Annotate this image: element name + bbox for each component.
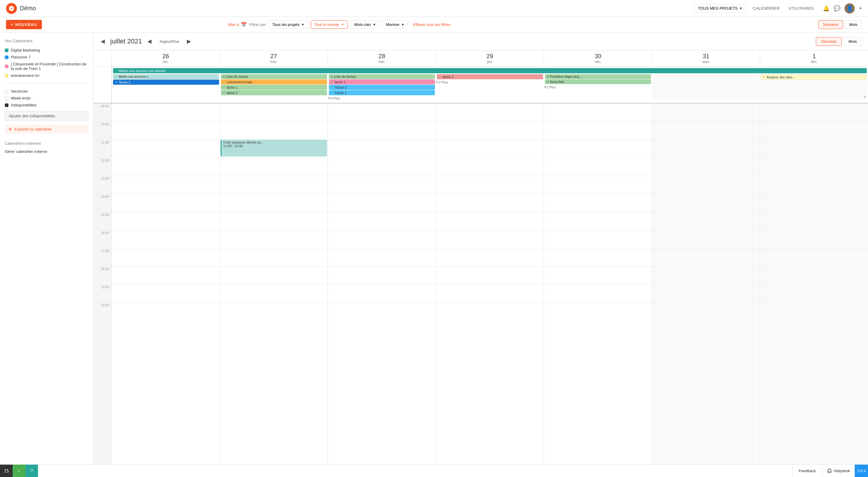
event-annonce[interactable]: ✓ Mettre une annonce s...: [113, 74, 219, 79]
expand-btn[interactable]: [0, 465, 13, 477]
new-button[interactable]: + NOUVEAU: [6, 20, 42, 29]
hour-line: [112, 266, 220, 284]
hour-line: [328, 212, 436, 230]
hour-line: [328, 230, 436, 248]
prev-week-btn[interactable]: ◀: [146, 37, 153, 46]
event-liste-taches-28[interactable]: ≡ Liste de taches: [329, 74, 435, 79]
hour-line: [112, 284, 220, 302]
hour-line: [328, 140, 436, 158]
check-red-icon: ✓: [763, 75, 766, 79]
event-linkedin[interactable]: ✓ Mettre une annonce sur linkedin: [113, 68, 867, 73]
hour-line: [760, 158, 868, 176]
day-col-30[interactable]: [544, 103, 652, 464]
hour-line: [652, 266, 760, 284]
hour-line: [328, 302, 436, 321]
week-view-btn[interactable]: Semaine: [818, 20, 843, 29]
time-column: 09:00 10:00 11:00 12:00 13:00 14:00 15:0…: [93, 103, 112, 464]
hour-line: [760, 212, 868, 230]
month-view-btn[interactable]: Mois: [844, 37, 862, 46]
calendar-icon: 📅: [241, 22, 247, 27]
day-col-26[interactable]: [112, 103, 220, 464]
event-analyse[interactable]: ✓ Analyse des répo...: [761, 74, 867, 80]
check-icon: ✓: [331, 80, 333, 84]
notifications-btn[interactable]: 🔔: [823, 5, 830, 12]
manage-external-calendar-link[interactable]: Gérer calendrier externe: [5, 149, 47, 154]
hour-line: [220, 212, 328, 230]
today-btn[interactable]: Aujourd'hui: [157, 38, 181, 45]
hour-line: [760, 230, 868, 248]
event-sous-liste[interactable]: ≡ Sous-liste: [545, 79, 651, 84]
event-tache1[interactable]: ✓ tâche 1: [221, 85, 327, 90]
add-unavailability-btn[interactable]: Ajouter des indisponibilités: [5, 111, 88, 121]
month-view-btn[interactable]: Mois: [845, 20, 862, 29]
projects-dropdown-btn[interactable]: TOUS MES PROJETS ▼: [693, 4, 747, 13]
hour-line: [328, 158, 436, 176]
top-nav: Démo TOUS MES PROJETS ▼ CALENDRIER UTILI…: [0, 0, 868, 17]
calendar-item-entrainement[interactable]: entrainement Ari: [5, 72, 88, 79]
event-premiere-etape[interactable]: ≡ Première étape proj...: [545, 74, 651, 79]
hour-line: [544, 158, 652, 176]
user-avatar[interactable]: 👤: [844, 3, 855, 13]
cal-color-dot: [5, 49, 8, 52]
check-btn[interactable]: ✓: [13, 465, 25, 477]
hour-line: [544, 248, 652, 266]
version-badge: 6.6.4: [855, 465, 868, 477]
add-event-plus[interactable]: +: [864, 94, 866, 99]
more-events-28[interactable]: ▾ 4 Plus: [328, 96, 435, 101]
clock-btn[interactable]: ⏱: [25, 465, 38, 477]
calendar-item-citoyennete[interactable]: [ Citoyenneté et Proximité ] Constructio…: [5, 61, 88, 72]
hour-line: [544, 103, 652, 121]
helpdesk-btn[interactable]: 🎧 Helpdesk: [822, 465, 855, 477]
filter-people-btn[interactable]: Tout le monde ▼: [311, 21, 348, 29]
prev-month-btn[interactable]: ◀: [99, 37, 106, 46]
nav-utilities-link[interactable]: UTILITAIRES: [786, 4, 817, 12]
event-tache2-27[interactable]: ✓ tâche 2: [221, 90, 327, 95]
week-view-btn[interactable]: Semaine: [816, 37, 841, 46]
timed-event-creer-taches[interactable]: Créer plusieurs tâches su... 11:00 - 12:…: [221, 140, 327, 156]
hour-line: [652, 121, 760, 140]
export-calendar-btn[interactable]: ⚙ Exporter le calendrier: [5, 124, 88, 134]
hour-line: [652, 248, 760, 266]
event-liste-taches-27[interactable]: ≡ Liste de taches: [221, 74, 327, 79]
time-1800: 18:00: [93, 266, 112, 284]
calendar-item-planzone7[interactable]: Planzone 7: [5, 54, 88, 61]
check-icon: ✓: [115, 80, 118, 84]
feedback-btn[interactable]: Feedback: [792, 465, 822, 477]
event-lancement[interactable]: ✓ Lancement projet: [221, 79, 327, 84]
day-col-1[interactable]: [760, 103, 868, 464]
goto-btn[interactable]: Aller à 📅: [228, 22, 247, 27]
day-col-31[interactable]: [652, 103, 760, 464]
calendar-item-digital-marketing[interactable]: Digital Marketing: [5, 47, 88, 54]
next-week-btn[interactable]: ▶: [186, 37, 192, 46]
hour-line: [544, 140, 652, 158]
filter-projects-btn[interactable]: Tous les projets ▼: [268, 21, 308, 29]
calendar-item-vacances[interactable]: Vacances: [5, 88, 88, 95]
more-events-30[interactable]: ▾ 2 Plus: [544, 84, 652, 90]
check-icon: ✓: [331, 91, 333, 95]
more-events-29[interactable]: ▾ 2 Plus: [436, 80, 544, 85]
day-col-28[interactable]: [328, 103, 436, 464]
list-icon: ≡: [223, 75, 224, 79]
event-tache1-28[interactable]: ✓ Tâche 1: [329, 90, 435, 95]
event-tache2-29[interactable]: ✓ tache 2: [437, 74, 543, 79]
event-tache2-mon[interactable]: ✓ Tache 2: [113, 80, 219, 85]
filter-keywords-btn[interactable]: Mots-clés ▼: [350, 21, 380, 29]
event-tache2-28[interactable]: ✓ tache 2: [329, 79, 435, 84]
hour-line: [436, 121, 544, 140]
hour-line: [652, 103, 760, 121]
day-col-27[interactable]: Créer plusieurs tâches su... 11:00 - 12:…: [220, 103, 328, 464]
calendars-section-title: Vos Calendriers: [5, 38, 88, 43]
hour-line: [220, 176, 328, 194]
calendar-view-btns: Semaine Mois: [816, 37, 862, 46]
allday-col-28: ≡ Liste de taches ✓ tache 2 ✓ Tâche 3: [328, 74, 435, 101]
calendar-item-indisponibilites[interactable]: Indisponibilités: [5, 101, 88, 109]
clear-filters-btn[interactable]: Effacer tous les filtres: [413, 22, 450, 27]
nav-calendar-link[interactable]: CALENDRIER: [750, 4, 783, 12]
chat-btn[interactable]: 💬: [834, 5, 840, 12]
calendar-item-weekends[interactable]: Week-ends: [5, 95, 88, 101]
sidebar: Vos Calendriers Digital Marketing Planzo…: [0, 33, 93, 464]
filter-show-btn[interactable]: Montrer ▼: [382, 21, 408, 29]
day-col-29[interactable]: [436, 103, 544, 464]
event-tache3[interactable]: ✓ Tâche 3: [329, 85, 435, 90]
hour-line: [760, 140, 868, 158]
